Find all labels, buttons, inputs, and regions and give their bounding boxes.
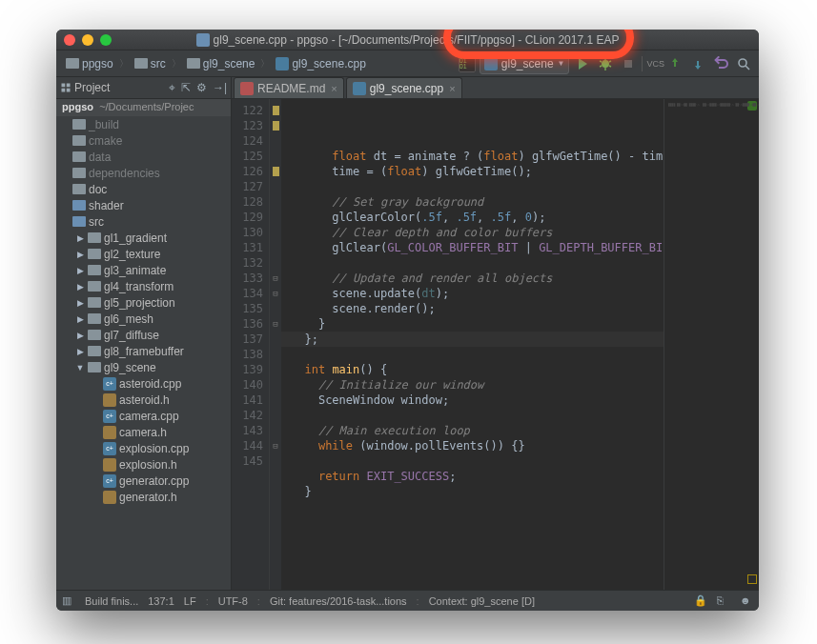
tree-node[interactable]: ▶gl4_transform	[56, 278, 231, 294]
close-window-button[interactable]	[64, 34, 75, 46]
tree-node[interactable]: doc	[56, 181, 231, 197]
tree-node[interactable]: src	[56, 213, 231, 230]
file-icon	[196, 33, 210, 47]
status-encoding[interactable]: UTF-8	[218, 595, 248, 607]
breadcrumb-item[interactable]: gl9_scene	[183, 55, 259, 72]
tree-node[interactable]: ▼gl9_scene	[56, 359, 231, 375]
disclosure-arrow[interactable]: ▼	[75, 363, 85, 372]
gear-icon[interactable]: ⚙	[196, 81, 207, 94]
tree-node[interactable]: cmake	[56, 132, 231, 149]
inspection-warning-icon[interactable]	[747, 574, 757, 584]
disclosure-arrow[interactable]: ▶	[75, 282, 85, 292]
code-line[interactable]	[291, 453, 664, 469]
status-build[interactable]: Build finis...	[85, 595, 138, 607]
disclosure-arrow[interactable]: ▶	[75, 331, 85, 340]
code-line[interactable]: }	[291, 484, 664, 499]
code-editor[interactable]: float dt = animate ? (float) glfwGetTime…	[281, 99, 664, 590]
vcs-commit-button[interactable]	[688, 54, 707, 73]
project-tree[interactable]: _buildcmakedatadependenciesdocshadersrc▶…	[56, 116, 231, 590]
tree-node[interactable]: ▶gl7_diffuse	[56, 327, 231, 343]
code-line[interactable]	[291, 347, 664, 362]
code-line[interactable]	[291, 255, 664, 271]
code-line[interactable]: glClear(GL_COLOR_BUFFER_BIT | GL_DEPTH_B…	[291, 240, 664, 255]
disclosure-arrow[interactable]: ▶	[75, 347, 85, 356]
undo-button[interactable]	[711, 54, 730, 73]
tree-node[interactable]: dependencies	[56, 165, 231, 181]
tree-node[interactable]: _build	[56, 116, 231, 132]
code-line[interactable]: scene.render();	[291, 301, 664, 316]
stop-button[interactable]	[619, 54, 638, 73]
tree-node[interactable]: c+asteroid.cpp	[56, 375, 231, 392]
line-number-gutter[interactable]: 1221231241251261271281291301311321331341…	[232, 99, 270, 590]
disclosure-arrow[interactable]: ▶	[75, 298, 85, 308]
goto-line-icon[interactable]: ⎘	[717, 594, 730, 608]
run-config-combo[interactable]: gl9_scene ▼	[480, 53, 570, 74]
code-line[interactable]	[291, 179, 664, 194]
code-line[interactable]: float dt = animate ? (float) glfwGetTime…	[291, 149, 664, 164]
close-tab-icon[interactable]: ×	[449, 83, 455, 94]
code-line[interactable]: int main() {	[291, 362, 664, 377]
tree-node[interactable]: ▶gl3_animate	[56, 262, 231, 278]
code-line[interactable]: glClearColor(.5f, .5f, .5f, 0);	[291, 210, 664, 225]
code-line[interactable]	[291, 408, 664, 423]
breadcrumb-item[interactable]: src	[131, 55, 170, 72]
lock-icon[interactable]: 🔒	[694, 594, 707, 608]
tree-node[interactable]: ▶gl1_gradient	[56, 230, 231, 246]
tree-node[interactable]: c+explosion.cpp	[56, 440, 231, 456]
code-line[interactable]: // Initialize our window	[291, 377, 664, 392]
minimize-window-button[interactable]	[82, 34, 93, 46]
close-tab-icon[interactable]: ×	[331, 83, 337, 94]
maximize-window-button[interactable]	[100, 34, 112, 46]
tree-node[interactable]: c+generator.cpp	[56, 473, 231, 489]
status-position[interactable]: 137:1	[148, 595, 174, 607]
code-line[interactable]: // Set gray background	[291, 194, 664, 210]
tree-node[interactable]: camera.h	[56, 424, 231, 440]
collapse-all-icon[interactable]: ⇱	[181, 81, 191, 94]
tree-node[interactable]: ▶gl5_projection	[56, 294, 231, 311]
scroll-from-source-icon[interactable]: ⌖	[169, 81, 175, 94]
tree-node[interactable]: explosion.h	[56, 456, 231, 473]
disclosure-arrow[interactable]: ▶	[75, 233, 85, 243]
project-root-row[interactable]: ppgso ~/Documents/Projec	[56, 99, 231, 116]
status-context[interactable]: Context: gl9_scene [D]	[429, 595, 535, 607]
code-line[interactable]: };	[291, 332, 664, 347]
tree-node[interactable]: data	[56, 149, 231, 165]
disclosure-arrow[interactable]: ▶	[75, 314, 85, 324]
tree-node[interactable]: ▶gl8_framebuffer	[56, 343, 231, 359]
vcs-update-button[interactable]	[665, 54, 684, 73]
status-git-branch[interactable]: Git: features/2016-task...tions	[270, 595, 407, 607]
breadcrumb-item[interactable]: gl9_scene.cpp	[272, 55, 369, 72]
tree-node[interactable]: asteroid.h	[56, 392, 231, 408]
project-tool-title[interactable]: Project	[60, 81, 110, 94]
code-line[interactable]: // Update and render all objects	[291, 271, 664, 286]
code-line[interactable]: // Clear depth and color buffers	[291, 225, 664, 240]
tree-node[interactable]: ▶gl6_mesh	[56, 311, 231, 327]
hide-tool-icon[interactable]: →|	[213, 81, 227, 94]
code-line[interactable]	[291, 499, 664, 514]
tree-node[interactable]: ▶gl2_texture	[56, 246, 231, 262]
code-line[interactable]: return EXIT_SUCCESS;	[291, 469, 664, 484]
run-button[interactable]	[573, 54, 592, 73]
code-line[interactable]: time = (float) glfwGetTime();	[291, 164, 664, 179]
code-line[interactable]: }	[291, 316, 664, 332]
debug-button[interactable]	[596, 54, 615, 73]
status-line-sep[interactable]: LF	[184, 595, 196, 607]
editor-tab[interactable]: gl9_scene.cpp×	[346, 77, 462, 98]
disclosure-arrow[interactable]: ▶	[75, 250, 85, 259]
code-line[interactable]: SceneWindow window;	[291, 392, 664, 408]
tree-node[interactable]: shader	[56, 197, 231, 213]
inspector-icon[interactable]: ☻	[740, 594, 753, 608]
breadcrumb-item[interactable]: ppgso	[62, 55, 117, 72]
search-button[interactable]	[734, 54, 753, 73]
build-status-badge[interactable]: 01 01	[459, 55, 476, 72]
tree-node[interactable]: generator.h	[56, 489, 231, 505]
disclosure-arrow[interactable]: ▶	[75, 266, 85, 275]
code-line[interactable]: while (window.pollEvents()) {}	[291, 438, 664, 453]
code-line[interactable]: scene.update(dt);	[291, 286, 664, 301]
tool-window-toggle-icon[interactable]: ▥	[62, 594, 75, 608]
editor-tab[interactable]: README.md×	[234, 77, 344, 98]
tree-node[interactable]: c+camera.cpp	[56, 408, 231, 424]
gutter-marks[interactable]: ⊟⊟⊟⊟	[270, 99, 281, 590]
minimap[interactable]: ████ ██\n██ ████\n ██\n████\n██████\n ██…	[664, 99, 759, 590]
code-line[interactable]: // Main execution loop	[291, 423, 664, 438]
